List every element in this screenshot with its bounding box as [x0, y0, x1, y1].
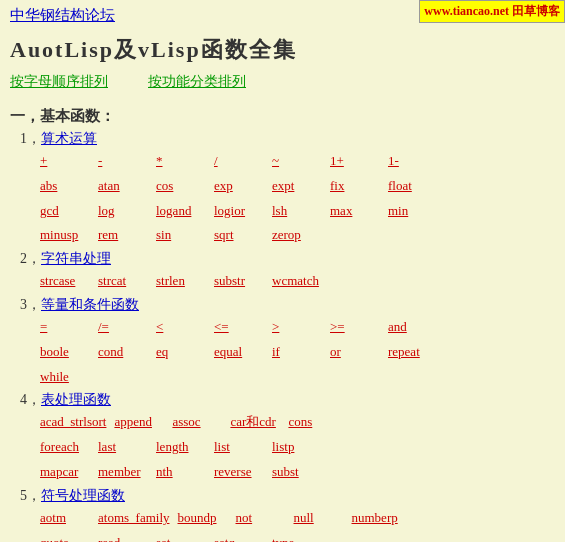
func-link[interactable]: not	[236, 507, 286, 529]
func-link[interactable]: atan	[98, 175, 148, 197]
func-link[interactable]: strcat	[98, 270, 148, 292]
func-link[interactable]: ~	[272, 150, 322, 172]
func-row-3-2: boolecondeqequaliforrepeat	[10, 340, 555, 364]
func-link[interactable]: expt	[272, 175, 322, 197]
subsection-label-5[interactable]: 符号处理函数	[41, 487, 125, 505]
func-link[interactable]: fix	[330, 175, 380, 197]
func-link[interactable]: zerop	[272, 224, 322, 246]
subsection-num-2: 2，	[20, 250, 41, 268]
func-link[interactable]: length	[156, 436, 206, 458]
func-link[interactable]: equal	[214, 341, 264, 363]
func-link[interactable]: quote	[40, 532, 90, 542]
subsection-label-4[interactable]: 表处理函数	[41, 391, 111, 409]
func-link[interactable]: logand	[156, 200, 206, 222]
func-link[interactable]: log	[98, 200, 148, 222]
func-link[interactable]: cos	[156, 175, 206, 197]
subsection-container: 1，算术运算+-*/~1+1-absatancosexpexptfixfloat…	[10, 130, 555, 542]
func-link[interactable]: last	[98, 436, 148, 458]
func-link[interactable]: reverse	[214, 461, 264, 483]
func-row-2-1: strcasestrcatstrlensubstrwcmatch	[10, 269, 555, 293]
func-row-1-1: +-*/~1+1-	[10, 149, 555, 173]
func-link[interactable]: min	[388, 200, 438, 222]
subsection-4: 4，表处理函数acad_strlsortappendassoccar和cdrco…	[10, 391, 555, 483]
func-link[interactable]: set	[156, 532, 206, 542]
func-link[interactable]: -	[98, 150, 148, 172]
func-link[interactable]: assoc	[172, 411, 222, 433]
subsection-label-1[interactable]: 算术运算	[41, 130, 97, 148]
func-row-1-3: gcdloglogandlogiorlshmaxmin	[10, 199, 555, 223]
func-link[interactable]: foreach	[40, 436, 90, 458]
func-link[interactable]: sin	[156, 224, 206, 246]
func-link[interactable]: exp	[214, 175, 264, 197]
func-link[interactable]: substr	[214, 270, 264, 292]
subsection-2: 2，字符串处理strcasestrcatstrlensubstrwcmatch	[10, 250, 555, 293]
func-link[interactable]: numberp	[352, 507, 402, 529]
func-link[interactable]: mapcar	[40, 461, 90, 483]
subsection-num-1: 1，	[20, 130, 41, 148]
func-link[interactable]: cond	[98, 341, 148, 363]
func-link[interactable]: type	[272, 532, 322, 542]
func-link[interactable]: if	[272, 341, 322, 363]
func-link[interactable]: max	[330, 200, 380, 222]
func-link[interactable]: eq	[156, 341, 206, 363]
func-link[interactable]: +	[40, 150, 90, 172]
func-link[interactable]: null	[294, 507, 344, 529]
func-link[interactable]: while	[40, 366, 90, 388]
func-link[interactable]: repeat	[388, 341, 438, 363]
main-title: AuotLisp及vLisp函数全集	[0, 27, 565, 69]
func-link[interactable]: listp	[272, 436, 322, 458]
subsection-label-2[interactable]: 字符串处理	[41, 250, 111, 268]
func-link[interactable]: sqrt	[214, 224, 264, 246]
func-link[interactable]: boundp	[178, 507, 228, 529]
func-link[interactable]: =	[40, 316, 90, 338]
func-link[interactable]: subst	[272, 461, 322, 483]
func-link[interactable]: /	[214, 150, 264, 172]
func-link[interactable]: gcd	[40, 200, 90, 222]
subsection-3: 3，等量和条件函数=/=<<=>>=andboolecondeqequalifo…	[10, 296, 555, 388]
func-link[interactable]: read	[98, 532, 148, 542]
func-row-4-2: foreachlastlengthlistlistp	[10, 435, 555, 459]
func-link[interactable]: or	[330, 341, 380, 363]
func-link[interactable]: boole	[40, 341, 90, 363]
func-link[interactable]: list	[214, 436, 264, 458]
func-link[interactable]: and	[388, 316, 438, 338]
func-link[interactable]: logior	[214, 200, 264, 222]
func-link[interactable]: cons	[288, 411, 338, 433]
func-link[interactable]: float	[388, 175, 438, 197]
nav-links: 按字母顺序排列 按功能分类排列	[0, 69, 565, 97]
func-link[interactable]: member	[98, 461, 148, 483]
func-link[interactable]: strlen	[156, 270, 206, 292]
func-link[interactable]: *	[156, 150, 206, 172]
func-link[interactable]: <=	[214, 316, 264, 338]
func-row-5-1: aotmatoms_familyboundpnotnullnumberp	[10, 506, 555, 530]
func-link[interactable]: minusp	[40, 224, 90, 246]
nav-by-alpha[interactable]: 按字母顺序排列	[10, 73, 108, 91]
func-link[interactable]: lsh	[272, 200, 322, 222]
subsection-num-5: 5，	[20, 487, 41, 505]
func-link[interactable]: /=	[98, 316, 148, 338]
func-link[interactable]: >	[272, 316, 322, 338]
func-link[interactable]: 1-	[388, 150, 438, 172]
func-link[interactable]: append	[114, 411, 164, 433]
func-row-3-3: while	[10, 365, 555, 389]
func-link[interactable]: aotm	[40, 507, 90, 529]
nav-by-func[interactable]: 按功能分类排列	[148, 73, 246, 91]
top-bar: www.tiancao.net 田草博客	[419, 0, 565, 23]
func-link[interactable]: setq	[214, 532, 264, 542]
func-link[interactable]: rem	[98, 224, 148, 246]
func-link[interactable]: nth	[156, 461, 206, 483]
func-link[interactable]: wcmatch	[272, 270, 322, 292]
func-link[interactable]: abs	[40, 175, 90, 197]
func-link[interactable]: strcase	[40, 270, 90, 292]
subsection-label-3[interactable]: 等量和条件函数	[41, 296, 139, 314]
func-link[interactable]: 1+	[330, 150, 380, 172]
func-link[interactable]: car和cdr	[230, 411, 280, 433]
func-row-3-1: =/=<<=>>=and	[10, 315, 555, 339]
subsection-5: 5，符号处理函数aotmatoms_familyboundpnotnullnum…	[10, 487, 555, 542]
func-link[interactable]: <	[156, 316, 206, 338]
func-row-1-4: minuspremsinsqrtzerop	[10, 223, 555, 247]
subsection-num-4: 4，	[20, 391, 41, 409]
func-link[interactable]: acad_strlsort	[40, 411, 106, 433]
func-link[interactable]: >=	[330, 316, 380, 338]
func-link[interactable]: atoms_family	[98, 507, 170, 529]
